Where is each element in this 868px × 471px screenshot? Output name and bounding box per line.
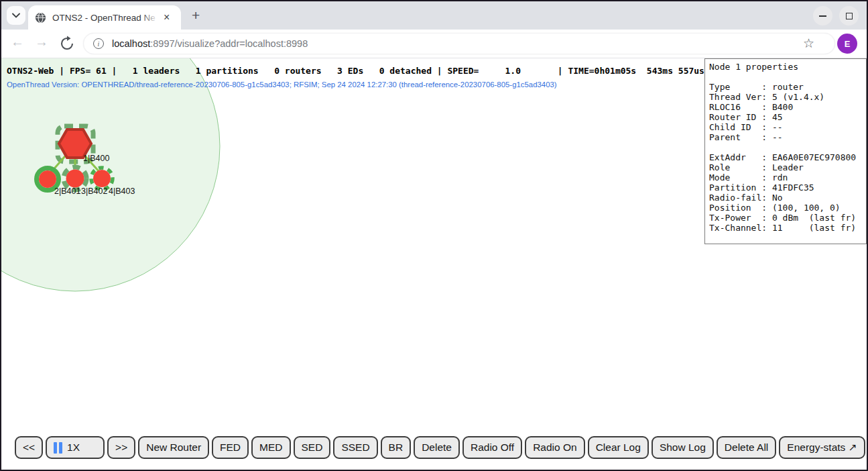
url-bar[interactable]: i localhost:8997/visualize?addr=localhos… — [83, 33, 835, 54]
chevron-down-icon — [12, 13, 20, 18]
globe-favicon-icon — [35, 12, 46, 23]
tab-search-button[interactable] — [7, 6, 25, 25]
reload-button[interactable] — [59, 36, 75, 52]
ssed-button[interactable]: SSED — [333, 436, 377, 459]
url-host: localhost — [112, 38, 150, 49]
delete-button[interactable]: Delete — [414, 436, 460, 459]
energy-stats-button[interactable]: Energy-stats ↗ — [779, 436, 865, 459]
node-3-label: 3|B402 — [81, 187, 107, 196]
profile-avatar[interactable]: E — [837, 34, 857, 54]
simulation-toolbar: << 1X >> New Router FED MED SED SSED BR … — [15, 436, 867, 459]
node-properties-text: Type : router Thread Ver: 5 (v1.4.x) RLO… — [709, 72, 862, 233]
minimize-button[interactable] — [813, 6, 832, 25]
br-button[interactable]: BR — [381, 436, 412, 459]
speed-button[interactable]: 1X — [46, 436, 105, 459]
node-properties-title: Node 1 properties — [709, 62, 862, 72]
new-router-button[interactable]: New Router — [138, 436, 209, 459]
delete-all-button[interactable]: Delete All — [717, 436, 776, 459]
site-info-icon[interactable]: i — [93, 38, 104, 49]
radio-range-circle — [1, 58, 220, 291]
bookmark-star-icon[interactable]: ☆ — [803, 36, 814, 51]
address-toolbar: ← → i localhost:8997/visualize?addr=loca… — [1, 30, 867, 58]
tab-title: OTNS2 - OpenThread Ne — [52, 13, 158, 23]
node-properties-panel: Node 1 properties Type : router Thread V… — [704, 58, 867, 244]
tab-strip: OTNS2 - OpenThread Ne × + — [1, 1, 867, 30]
fed-button[interactable]: FED — [212, 436, 249, 459]
maximize-icon — [846, 13, 853, 19]
node-2[interactable] — [39, 170, 56, 188]
back-button[interactable]: ← — [8, 34, 27, 50]
openthread-version-line: OpenThread Version: OPENTHREAD/thread-re… — [7, 81, 557, 89]
simulation-status-bar: OTNS2-Web | FPS= 61 | 1 leaders 1 partit… — [7, 66, 704, 76]
pause-icon — [54, 442, 62, 454]
url-path: :8997/visualize?addr=localhost:8998 — [150, 38, 308, 49]
radio-on-button[interactable]: Radio On — [525, 436, 584, 459]
node-1-label: 1|B400 — [83, 154, 109, 163]
minimize-icon — [819, 15, 826, 17]
browser-tab[interactable]: OTNS2 - OpenThread Ne × — [28, 5, 181, 30]
window-controls — [813, 6, 859, 25]
node-4-label: 4|B403 — [109, 187, 135, 196]
node-3[interactable] — [66, 170, 84, 188]
fast-forward-button[interactable]: >> — [107, 436, 135, 459]
browser-window: OTNS2 - OpenThread Ne × + ← → i localhos… — [0, 0, 868, 471]
speed-label: 1X — [67, 441, 80, 454]
clear-log-button[interactable]: Clear Log — [588, 436, 649, 459]
rewind-button[interactable]: << — [15, 436, 43, 459]
radio-off-button[interactable]: Radio Off — [462, 436, 522, 459]
maximize-button[interactable] — [839, 6, 859, 25]
tab-close-icon[interactable]: × — [164, 12, 170, 23]
otns-canvas: OTNS2-Web | FPS= 61 | 1 leaders 1 partit… — [1, 58, 867, 470]
url-text[interactable]: localhost:8997/visualize?addr=localhost:… — [112, 38, 308, 49]
show-log-button[interactable]: Show Log — [652, 436, 714, 459]
network-visualization — [1, 58, 310, 367]
new-tab-button[interactable]: + — [192, 8, 200, 23]
forward-button[interactable]: → — [32, 34, 51, 50]
sed-button[interactable]: SED — [294, 436, 331, 459]
med-button[interactable]: MED — [251, 436, 290, 459]
node-4[interactable] — [93, 170, 111, 187]
node-2-label: 2|B401 — [54, 187, 80, 196]
